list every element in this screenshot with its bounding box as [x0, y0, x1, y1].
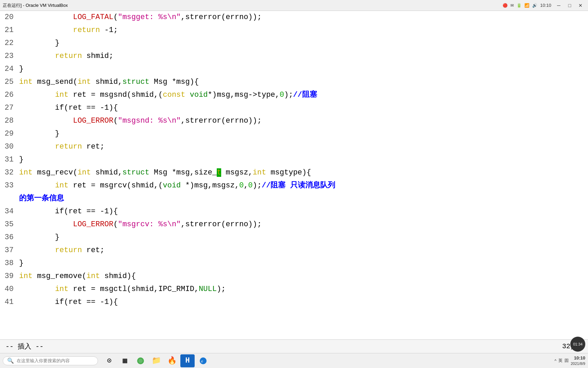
- code-line-30: 30 return ret;: [0, 140, 588, 153]
- code-editor[interactable]: 20 LOG_FATAL("msgget: %s\n",strerror(err…: [0, 11, 588, 339]
- circle-overlay: 01:34: [570, 337, 585, 352]
- code-line-26: 26 int ret = msgsnd(shmid,(const void*)m…: [0, 89, 588, 102]
- code-line-31: 31 }: [0, 153, 588, 166]
- line-num-20: 20: [0, 11, 19, 24]
- code-line-38: 38 }: [0, 257, 588, 270]
- code-line-25: 25 int msg_send(int shmid,struct Msg *ms…: [0, 76, 588, 89]
- minimize-button[interactable]: ─: [554, 2, 564, 9]
- tray-battery-icon: 🔋: [517, 3, 522, 8]
- tray-mail-icon: ✉: [510, 3, 514, 8]
- status-mode: -- 插入 --: [5, 342, 44, 351]
- taskbar-app-browser[interactable]: [133, 354, 148, 367]
- tray-area: 🔴 ✉ 🔋 📶 🔊 10:10 ─ □ ✕: [503, 2, 585, 9]
- code-line-39: 39 int msg_remove(int shmid){: [0, 270, 588, 283]
- code-line-33-cont: 的第一条信息: [0, 192, 588, 205]
- close-button[interactable]: ✕: [576, 2, 585, 9]
- tray-input-icon: 固: [565, 358, 569, 364]
- taskbar: 🔍 ⊙ ▦ 📁 🔥 H e ^ 英 固 10:10 2021/8/9: [0, 353, 588, 368]
- code-line-24: 24 }: [0, 63, 588, 76]
- taskbar-app-fire[interactable]: 🔥: [165, 354, 179, 367]
- status-bar: -- 插入 -- 32,45: [0, 339, 588, 353]
- taskbar-app-files[interactable]: 📁: [149, 354, 163, 367]
- status-bar-left: -- 插入 --: [5, 342, 44, 351]
- code-line-41: 41 if(ret == -1){: [0, 296, 588, 309]
- taskbar-left: 🔍 ⊙ ▦ 📁 🔥 H e: [3, 354, 210, 367]
- taskbar-app-cortana[interactable]: ⊙: [102, 354, 116, 367]
- taskbar-apps: ⊙ ▦ 📁 🔥 H e: [102, 354, 210, 367]
- taskbar-search[interactable]: 🔍: [3, 356, 98, 365]
- code-line-32: 32 int msg_recv(int shmid,struct Msg *ms…: [0, 166, 588, 179]
- code-line-28: 28 LOG_ERROR("msgsnd: %s\n",strerror(err…: [0, 114, 588, 127]
- code-line-27: 27 if(ret == -1){: [0, 102, 588, 114]
- code-line-21: 21 return -1;: [0, 24, 588, 37]
- taskbar-app-ie[interactable]: e: [196, 354, 210, 367]
- tray-volume-icon: 🔊: [532, 3, 537, 8]
- code-line-40: 40 int ret = msgctl(shmid,IPC_RMID,NULL)…: [0, 283, 588, 296]
- svg-text:e: e: [201, 358, 203, 364]
- code-line-36: 36 }: [0, 231, 588, 244]
- taskbar-app-hx[interactable]: H: [180, 354, 195, 367]
- code-line-20: 20 LOG_FATAL("msgget: %s\n",strerror(err…: [0, 11, 588, 24]
- tray-network-icon: 🔴: [503, 3, 508, 8]
- taskbar-app-taskview[interactable]: ▦: [118, 354, 132, 367]
- titlebar-title: 正在运行] - Oracle VM VirtualBox: [3, 2, 68, 9]
- search-input[interactable]: [17, 358, 94, 363]
- code-line-29: 29 }: [0, 127, 588, 140]
- code-line-33: 33 int ret = msgrcv(shmid,(void *)msg,ms…: [0, 179, 588, 192]
- code-line-34: 34 if(ret == -1){: [0, 205, 588, 218]
- code-line-23: 23 return shmid;: [0, 50, 588, 63]
- size-t-highlight: t: [217, 168, 221, 177]
- maximize-button[interactable]: □: [565, 2, 574, 9]
- svg-point-1: [138, 359, 143, 363]
- system-clock[interactable]: 10:10 2021/8/9: [571, 355, 585, 366]
- clock-date: 2021/8/9: [571, 361, 585, 366]
- code-line-22: 22 }: [0, 37, 588, 50]
- svg-point-2: [200, 357, 207, 364]
- taskbar-right: ^ 英 固 10:10 2021/8/9: [555, 355, 585, 366]
- tray-lang-indicator: 英: [558, 358, 562, 364]
- code-content: 20 LOG_FATAL("msgget: %s\n",strerror(err…: [0, 11, 588, 339]
- code-line-37: 37 return ret;: [0, 244, 588, 257]
- code-line-35: 35 LOG_ERROR("msgrcv: %s\n",strerror(err…: [0, 218, 588, 231]
- search-icon: 🔍: [7, 357, 14, 364]
- titlebar: 正在运行] - Oracle VM VirtualBox 🔴 ✉ 🔋 📶 🔊 1…: [0, 0, 588, 11]
- tray-chevron-icon[interactable]: ^: [555, 358, 557, 363]
- titlebar-controls: ─ □ ✕: [554, 2, 585, 9]
- tray-time: 10:10: [540, 3, 551, 8]
- clock-time: 10:10: [571, 355, 585, 361]
- tray-wifi-icon: 📶: [524, 3, 529, 8]
